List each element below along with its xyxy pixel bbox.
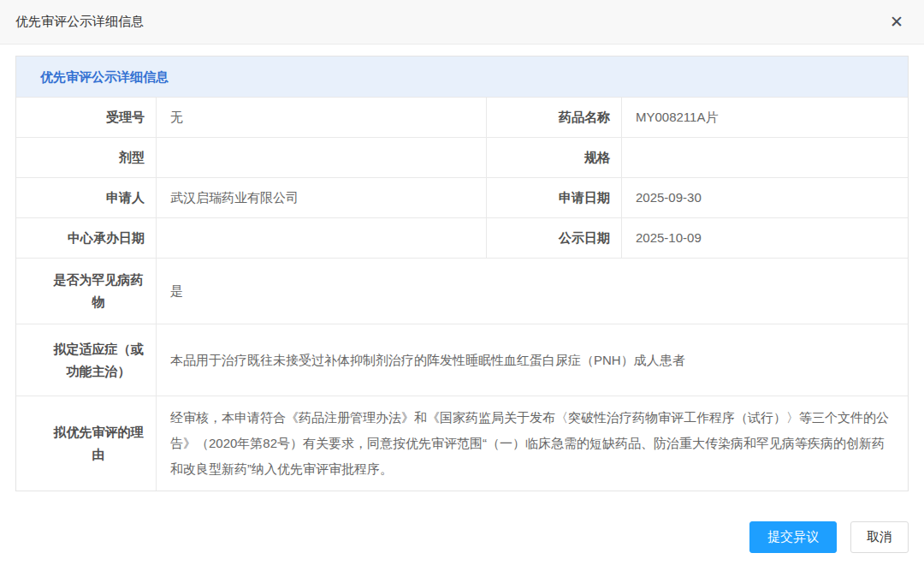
label-acceptance-no: 受理号 [16,98,157,137]
label-specification: 规格 [487,138,622,177]
detail-table: 优先审评公示详细信息 受理号 无 药品名称 MY008211A片 剂型 规格 申… [15,56,909,491]
table-row: 剂型 规格 [16,137,908,177]
value-proposed-indication: 本品用于治疗既往未接受过补体抑制剂治疗的阵发性睡眠性血红蛋白尿症（PNH）成人患… [157,324,908,396]
value-drug-name: MY008211A片 [622,98,908,137]
label-application-date: 申请日期 [487,178,622,217]
value-publicity-date: 2025-10-09 [622,218,908,258]
table-row: 是否为罕见病药物 是 [16,258,908,324]
label-dosage-form: 剂型 [16,138,157,177]
value-application-date: 2025-09-30 [622,178,908,217]
label-publicity-date: 公示日期 [487,218,622,258]
cancel-button[interactable]: 取消 [850,521,909,553]
label-priority-review-reason: 拟优先审评的理由 [16,396,157,491]
table-section-title: 优先审评公示详细信息 [16,56,908,97]
table-row: 拟定适应症（或功能主治） 本品用于治疗既往未接受过补体抑制剂治疗的阵发性睡眠性血… [16,324,908,396]
modal-footer: 提交异议 取消 [0,521,924,553]
label-center-acceptance-date: 中心承办日期 [16,218,157,258]
label-rare-disease-drug: 是否为罕见病药物 [16,259,157,324]
value-rare-disease-drug: 是 [157,259,908,324]
table-row: 申请人 武汉启瑞药业有限公司 申请日期 2025-09-30 [16,177,908,217]
label-proposed-indication: 拟定适应症（或功能主治） [16,324,157,396]
priority-review-detail-modal: 优先审评公示详细信息 ✕ 优先审评公示详细信息 受理号 无 药品名称 MY008… [0,0,924,553]
table-row: 受理号 无 药品名称 MY008211A片 [16,97,908,137]
table-row: 中心承办日期 公示日期 2025-10-09 [16,217,908,258]
value-acceptance-no: 无 [157,98,487,137]
label-applicant: 申请人 [16,178,157,217]
value-specification [622,138,908,177]
label-drug-name: 药品名称 [487,98,622,137]
value-center-acceptance-date [157,218,487,258]
value-dosage-form [157,138,487,177]
modal-header: 优先审评公示详细信息 ✕ [0,0,924,45]
submit-objection-button[interactable]: 提交异议 [749,521,837,553]
value-applicant: 武汉启瑞药业有限公司 [157,178,487,217]
value-priority-review-reason: 经审核，本申请符合《药品注册管理办法》和《国家药监局关于发布〈突破性治疗药物审评… [157,396,908,491]
table-row: 拟优先审评的理由 经审核，本申请符合《药品注册管理办法》和《国家药监局关于发布〈… [16,396,908,491]
close-icon[interactable]: ✕ [886,10,907,33]
modal-title: 优先审评公示详细信息 [15,14,144,30]
